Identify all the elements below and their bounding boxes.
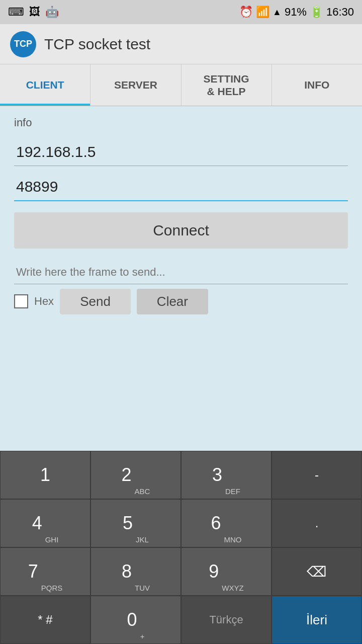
ip-input[interactable]: [14, 138, 348, 166]
message-input[interactable]: [14, 261, 348, 284]
key-7[interactable]: 7 PQRS: [0, 547, 90, 596]
main-content: info Connect Hex Send Clear: [0, 106, 362, 451]
connect-button[interactable]: Connect: [14, 212, 348, 249]
wifi-icon: 📶: [256, 6, 269, 19]
battery-icon: 🔋: [310, 6, 323, 19]
key-3[interactable]: 3 DEF: [181, 451, 272, 499]
hex-label: Hex: [34, 295, 54, 308]
tab-settings[interactable]: SETTING& HELP: [182, 64, 272, 106]
battery-percent: 91%: [285, 6, 307, 19]
status-icons-right: ⏰ 📶 ▲ 91% 🔋 16:30: [239, 6, 354, 19]
app-title: TCP socket test: [44, 36, 150, 53]
key-star-hash[interactable]: * #: [0, 596, 90, 644]
keyboard-row-3: 7 PQRS 8 TUV 9 WXYZ ⌫: [0, 547, 362, 596]
key-dash[interactable]: -: [272, 451, 362, 499]
hex-checkbox[interactable]: [14, 294, 28, 308]
keyboard-row-4: * # 0 + Türkçe İleri: [0, 596, 362, 644]
key-9[interactable]: 9 WXYZ: [181, 547, 272, 596]
key-8[interactable]: 8 TUV: [90, 547, 181, 596]
android-icon: 🤖: [45, 6, 59, 19]
key-0[interactable]: 0 +: [90, 596, 181, 644]
key-6[interactable]: 6 MNO: [181, 499, 272, 547]
action-row: Hex Send Clear: [14, 284, 348, 314]
signal-icon: ▲: [273, 7, 282, 18]
status-icons-left: ⌨ 🖼 🤖: [8, 6, 59, 19]
port-input[interactable]: [14, 173, 348, 201]
keyboard-row-1: 1 2 ABC 3 DEF -: [0, 451, 362, 499]
tab-server[interactable]: SERVER: [90, 64, 181, 106]
app-logo: TCP: [10, 31, 36, 57]
keyboard-icon: ⌨: [8, 6, 24, 19]
clear-button[interactable]: Clear: [137, 289, 208, 314]
time-display: 16:30: [326, 6, 354, 19]
key-4[interactable]: 4 GHI: [0, 499, 90, 547]
key-ileri[interactable]: İleri: [272, 596, 362, 644]
status-bar: ⌨ 🖼 🤖 ⏰ 📶 ▲ 91% 🔋 16:30: [0, 0, 362, 24]
keyboard: 1 2 ABC 3 DEF - 4 GHI 5 JKL 6 MNO .: [0, 451, 362, 644]
alarm-icon: ⏰: [239, 6, 253, 19]
key-backspace[interactable]: ⌫: [272, 547, 362, 596]
tab-info[interactable]: INFO: [272, 64, 362, 106]
tab-client[interactable]: CLIENT: [0, 64, 90, 106]
key-period[interactable]: .: [272, 499, 362, 547]
send-button[interactable]: Send: [60, 289, 131, 314]
keyboard-row-2: 4 GHI 5 JKL 6 MNO .: [0, 499, 362, 547]
key-1[interactable]: 1: [0, 451, 90, 499]
info-label: info: [14, 116, 348, 129]
key-language[interactable]: Türkçe: [181, 596, 272, 644]
key-2[interactable]: 2 ABC: [90, 451, 181, 499]
tab-bar: CLIENT SERVER SETTING& HELP INFO: [0, 64, 362, 106]
app-bar: TCP TCP socket test: [0, 24, 362, 64]
image-icon: 🖼: [29, 6, 40, 19]
key-5[interactable]: 5 JKL: [90, 499, 181, 547]
